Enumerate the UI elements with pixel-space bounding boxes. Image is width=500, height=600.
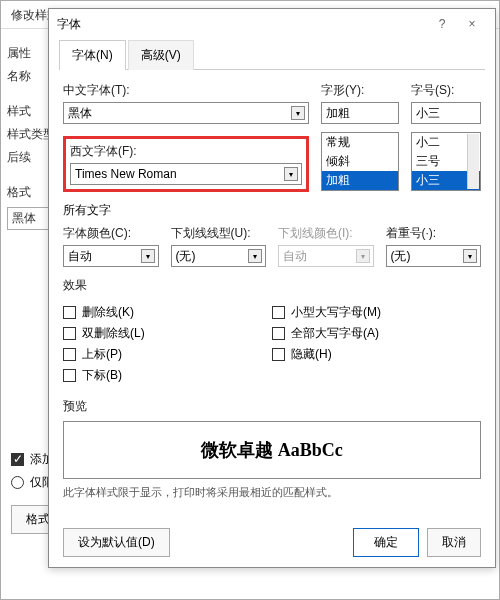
chevron-down-icon: ▾: [356, 249, 370, 263]
check-all-caps[interactable]: 全部大写字母(A): [272, 325, 481, 342]
tab-font[interactable]: 字体(N): [59, 40, 126, 70]
ok-button[interactable]: 确定: [353, 528, 419, 557]
set-default-button[interactable]: 设为默认值(D): [63, 528, 170, 557]
label-cn-font: 中文字体(T):: [63, 82, 309, 99]
chevron-down-icon: ▾: [291, 106, 305, 120]
dialog-title: 字体: [57, 16, 427, 33]
check-double-strike[interactable]: 双删除线(L): [63, 325, 272, 342]
dialog-body: 中文字体(T): 黑体 ▾ 字形(Y): 加粗 字号(S): 小三 西文字体(F…: [49, 70, 495, 522]
scrollbar[interactable]: [467, 134, 479, 189]
list-item[interactable]: 倾斜: [322, 152, 398, 171]
help-button[interactable]: ?: [427, 17, 457, 31]
label-underline-color: 下划线颜色(I):: [278, 225, 374, 242]
preview-box: 微软卓越 AaBbCc: [63, 421, 481, 479]
label-underline-type: 下划线线型(U):: [171, 225, 267, 242]
label-size: 字号(S):: [411, 82, 481, 99]
cn-font-select[interactable]: 黑体 ▾: [63, 102, 309, 124]
tab-advanced[interactable]: 高级(V): [128, 40, 194, 70]
size-input[interactable]: 小三: [411, 102, 481, 124]
west-font-highlight: 西文字体(F): Times New Roman ▾: [63, 136, 309, 192]
west-font-select[interactable]: Times New Roman ▾: [70, 163, 302, 185]
dialog-footer: 设为默认值(D) 确定 取消: [63, 528, 481, 557]
preview-title: 预览: [63, 398, 481, 415]
label-emphasis: 着重号(·):: [386, 225, 482, 242]
label-west-font: 西文字体(F):: [70, 143, 302, 160]
check-superscript[interactable]: 上标(P): [63, 346, 272, 363]
underline-color-select: 自动▾: [278, 245, 374, 267]
cancel-button[interactable]: 取消: [427, 528, 481, 557]
font-color-select[interactable]: 自动▾: [63, 245, 159, 267]
label-all-text: 所有文字: [63, 202, 481, 219]
close-button[interactable]: ×: [457, 17, 487, 31]
emphasis-select[interactable]: (无)▾: [386, 245, 482, 267]
chevron-down-icon: ▾: [141, 249, 155, 263]
check-subscript[interactable]: 下标(B): [63, 367, 272, 384]
list-item[interactable]: 加粗: [322, 171, 398, 190]
style-listbox[interactable]: 常规 倾斜 加粗: [321, 132, 399, 191]
preview-note: 此字体样式限于显示，打印时将采用最相近的匹配样式。: [63, 485, 481, 500]
check-small-caps[interactable]: 小型大写字母(M): [272, 304, 481, 321]
list-item[interactable]: 常规: [322, 133, 398, 152]
check-strikethrough[interactable]: 删除线(K): [63, 304, 272, 321]
style-input[interactable]: 加粗: [321, 102, 399, 124]
tabstrip: 字体(N) 高级(V): [59, 39, 485, 70]
check-hidden[interactable]: 隐藏(H): [272, 346, 481, 363]
font-dialog: 字体 ? × 字体(N) 高级(V) 中文字体(T): 黑体 ▾ 字形(Y): …: [48, 8, 496, 568]
chevron-down-icon: ▾: [248, 249, 262, 263]
chevron-down-icon: ▾: [463, 249, 477, 263]
chevron-down-icon: ▾: [284, 167, 298, 181]
label-style: 字形(Y):: [321, 82, 399, 99]
effects-title: 效果: [63, 277, 481, 294]
size-listbox[interactable]: 小二 三号 小三: [411, 132, 481, 191]
underline-type-select[interactable]: (无)▾: [171, 245, 267, 267]
effects-group: 删除线(K) 双删除线(L) 上标(P) 下标(B) 小型大写字母(M) 全部大…: [63, 300, 481, 388]
label-font-color: 字体颜色(C):: [63, 225, 159, 242]
titlebar: 字体 ? ×: [49, 9, 495, 39]
